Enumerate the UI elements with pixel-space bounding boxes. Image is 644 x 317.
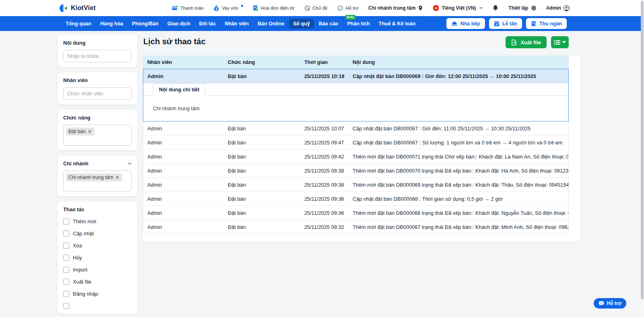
checkbox-partial[interactable] — [63, 303, 132, 309]
employee-select-input[interactable] — [63, 87, 132, 100]
table-row[interactable]: Admin Đặt bàn 25/11/2025 09:36 Thêm mới … — [143, 206, 568, 220]
beta-badge: Beta — [345, 15, 355, 20]
gear-icon — [531, 5, 537, 11]
checkbox-dang-nhap[interactable]: Đăng nhập — [63, 291, 132, 297]
cell-function: Đặt bàn — [224, 154, 300, 160]
cashier-button-label: Thu ngân — [539, 21, 562, 27]
tab-ban-online[interactable]: Bán Online — [254, 19, 288, 29]
svg-text:$: $ — [215, 6, 217, 10]
palette-icon — [304, 5, 310, 11]
checkbox-icon[interactable] — [63, 243, 69, 249]
page-title: Lịch sử thao tác — [143, 37, 206, 46]
user-menu[interactable]: Admin — [546, 5, 570, 11]
topnav-payment-label: Thanh toán — [180, 6, 204, 10]
filter-sidebar: Nội dung Nhân viên Chức năng Đặt bàn ✕ C… — [58, 35, 137, 317]
checkbox-label: Hủy — [73, 255, 82, 261]
detail-tabbar: Nội dung chi tiết — [143, 83, 568, 96]
scrollbar-thumb[interactable] — [641, 1, 644, 299]
checkbox-icon[interactable] — [63, 291, 69, 297]
top-items: Thanh toán $ Vay vốn — [172, 5, 570, 11]
branch-tag-label: Chi nhánh trung tâm — [68, 175, 113, 180]
export-file-button[interactable]: Xuất file — [506, 36, 547, 48]
chat-bubble-icon — [337, 5, 343, 11]
employee-filter-title: Nhân viên — [63, 77, 132, 83]
topnav-loan[interactable]: $ Vay vốn — [213, 5, 243, 11]
kitchen-button-label: Nhà bếp — [460, 21, 480, 27]
function-filter-title: Chức năng — [63, 115, 132, 121]
checkbox-import[interactable]: Import — [63, 267, 132, 273]
topnav-einvoice[interactable]: Hoá đơn điện tử — [253, 5, 295, 11]
checkbox-icon[interactable] — [63, 279, 69, 285]
tab-tong-quan[interactable]: Tổng quan — [62, 19, 95, 29]
list-view-icon — [554, 40, 560, 45]
checkbox-label: Xuất file — [73, 279, 91, 285]
cell-content: Cập nhật đặt bàn DB000067 : Giờ đến: 11:… — [349, 126, 568, 132]
reception-button[interactable]: Lễ tân — [489, 18, 522, 29]
nav-tabs: Tổng quan Hàng hóa Phòng/Bàn Giao dịch Đ… — [62, 19, 419, 29]
checkbox-icon[interactable] — [63, 267, 69, 273]
table-row[interactable]: Admin Đặt bàn 25/11/2025 09:47 Cập nhật … — [143, 136, 568, 150]
cashier-receipt-icon — [531, 21, 537, 27]
branch-tag-box[interactable]: Chi nhánh trung tâm ✕ — [63, 171, 132, 191]
checkbox-icon[interactable] — [63, 218, 69, 224]
function-tag-box[interactable]: Đặt bàn ✕ — [63, 125, 132, 146]
tab-bao-cao[interactable]: Báo cáo — [315, 19, 343, 29]
topnav-payment[interactable]: Thanh toán — [172, 5, 204, 11]
checkbox-xuat-file[interactable]: Xuất file — [63, 279, 132, 285]
table-row[interactable]: Admin Đặt bàn 25/11/2025 09:38 Thêm mới … — [143, 164, 568, 178]
checkbox-icon[interactable] — [63, 303, 69, 309]
remove-branch-tag-icon[interactable]: ✕ — [115, 175, 119, 180]
topnav-theme[interactable]: Chủ đề — [304, 5, 328, 11]
tab-hang-hoa[interactable]: Hàng hóa — [96, 19, 127, 29]
tab-phan-tich[interactable]: Phân tích — [343, 19, 374, 29]
function-tag: Đặt bàn ✕ — [66, 128, 94, 136]
settings-menu[interactable]: Thiết lập — [508, 5, 536, 11]
checkbox-icon[interactable] — [63, 255, 69, 261]
cell-employee: Admin — [143, 140, 224, 146]
tab-so-quy[interactable]: Sổ quỹ — [289, 19, 314, 29]
checkbox-xoa[interactable]: Xóa — [63, 243, 132, 249]
support-fab-button[interactable]: Hỗ trợ — [594, 298, 626, 309]
tab-phong-ban[interactable]: Phòng/Bàn — [128, 19, 163, 29]
table-row[interactable]: Admin Đặt bàn 25/11/2025 09:38 Thêm mới … — [143, 178, 568, 192]
tab-detail-content[interactable]: Nội dung chi tiết — [153, 83, 205, 96]
checkbox-cap-nhat[interactable]: Cập nhật — [63, 231, 132, 237]
cashier-button[interactable]: Thu ngân — [526, 18, 567, 29]
cell-time: 25/11/2025 10:18 — [300, 73, 349, 79]
topnav-einvoice-label: Hoá đơn điện tử — [261, 6, 295, 10]
branch-selector[interactable]: Chi nhánh trung tâm — [368, 5, 423, 11]
notifications-bell[interactable] — [492, 5, 499, 11]
table-row[interactable]: Admin Đặt bàn 25/11/2025 09:36 Cập nhật … — [143, 192, 568, 206]
topnav-loan-label: Vay vốn — [222, 6, 238, 10]
table-row[interactable]: Admin Đặt bàn 25/11/2025 10:07 Cập nhật … — [143, 121, 568, 136]
tab-nhan-vien[interactable]: Nhân viên — [221, 19, 253, 29]
cell-employee: Admin — [143, 182, 224, 188]
branch-tag: Chi nhánh trung tâm ✕ — [66, 173, 122, 181]
user-label: Admin — [546, 5, 561, 11]
kitchen-button[interactable]: Nhà bếp — [446, 18, 485, 29]
kiotviet-logo[interactable]: KiotViet — [59, 4, 96, 13]
checkbox-icon[interactable] — [63, 231, 69, 237]
topnav-support[interactable]: Hỗ trợ Beta — [337, 5, 359, 11]
tab-thue-ke-toan[interactable]: Thuế & Kế toán — [375, 19, 420, 29]
content-keyword-input[interactable] — [63, 50, 132, 62]
list-view-button[interactable] — [551, 36, 569, 48]
chevron-up-icon[interactable] — [128, 163, 132, 165]
tab-giao-dich[interactable]: Giao dịch — [163, 19, 194, 29]
table-row[interactable]: Admin Đặt bàn 25/11/2025 09:42 Thêm mới … — [143, 150, 568, 164]
cell-time: 25/11/2025 09:36 — [300, 210, 349, 216]
reception-button-label: Lễ tân — [502, 21, 517, 27]
top-header: KiotViet Thanh toán $ Vay vốn — [0, 0, 641, 16]
table-row[interactable]: Admin Đặt bàn 25/11/2025 09:32 Thêm mới … — [143, 220, 568, 234]
cell-function: Đặt bàn — [224, 168, 300, 174]
table-row-selected[interactable]: Admin Đặt bàn 25/11/2025 10:18 Cập nhật … — [143, 69, 568, 83]
tab-doi-tac[interactable]: Đối tác — [195, 19, 220, 29]
cell-employee: Admin — [143, 126, 224, 132]
checkbox-them-moi[interactable]: Thêm mới — [63, 218, 132, 224]
reception-calendar-icon — [494, 21, 500, 27]
checkbox-huy[interactable]: Hủy — [63, 255, 132, 261]
remove-function-tag-icon[interactable]: ✕ — [88, 129, 92, 134]
history-table: Nhân viên Chức năng Thời gian Nội dung A… — [143, 56, 569, 234]
language-selector[interactable]: Tiếng Việt (VN) — [433, 5, 483, 11]
page-scrollbar[interactable] — [641, 0, 644, 317]
